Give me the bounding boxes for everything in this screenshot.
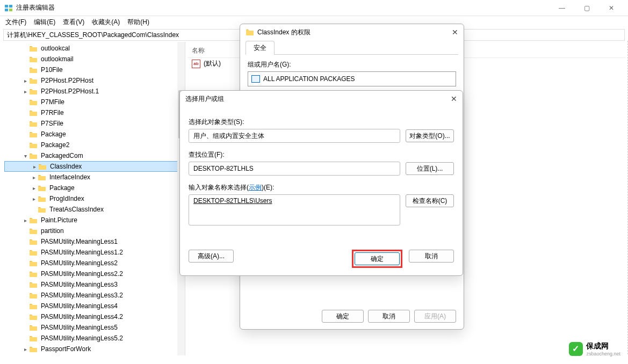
check-names-button[interactable]: 检查名称(C)	[406, 194, 454, 207]
tree-item-pasmutilitymeaningless3[interactable]: PASMUtility.MeaningLess3	[4, 279, 185, 290]
tree-item-pasmutilitymeaningless42[interactable]: PASMUtility.MeaningLess4.2	[4, 311, 185, 322]
package-icon	[251, 75, 260, 83]
tree-item-pasmutilitymeaningless12[interactable]: PASMUtility.MeaningLess1.2	[4, 247, 185, 258]
menu-help[interactable]: 帮助(H)	[124, 17, 153, 28]
tree-item-p2phostp2phost1[interactable]: P2PHost.P2PHost.1	[4, 86, 185, 97]
tree-item-classindex[interactable]: ClassIndex	[4, 161, 185, 172]
tree-item-outlookmail[interactable]: outlookmail	[4, 54, 185, 64]
tree-expand-icon[interactable]	[21, 78, 29, 84]
examples-link[interactable]: 示例	[249, 184, 262, 191]
tree-item-partition[interactable]: partition	[4, 225, 185, 236]
menu-favorites[interactable]: 收藏夹(A)	[89, 17, 123, 28]
minimize-button[interactable]: —	[550, 0, 574, 16]
locations-button[interactable]: 位置(L)...	[406, 162, 454, 175]
close-button[interactable]: ✕	[599, 0, 624, 16]
select-ok-button[interactable]: 确定	[355, 252, 400, 265]
tree-item-label: InterfaceIndex	[48, 173, 91, 181]
svg-rect-2	[5, 9, 8, 11]
select-dialog-close-icon[interactable]: ✕	[451, 94, 457, 103]
folder-icon	[29, 270, 38, 278]
tab-security[interactable]: 安全	[246, 41, 275, 55]
tree-item-p2phostp2phost[interactable]: P2PHost.P2PHost	[4, 75, 185, 86]
tree-item-package[interactable]: Package	[4, 129, 185, 140]
location-field: DESKTOP-82TLHLS	[189, 162, 400, 176]
tree-expand-icon[interactable]	[30, 196, 38, 202]
permissions-titlebar[interactable]: ClassIndex 的权限 ✕	[240, 24, 464, 40]
value-name: (默认)	[204, 59, 221, 68]
select-dialog-titlebar[interactable]: 选择用户或组 ✕	[180, 91, 463, 107]
object-names-label: 输入对象名称来选择(示例)(E):	[189, 183, 454, 192]
tree-item-p7sfile[interactable]: P7SFile	[4, 118, 185, 129]
menu-file[interactable]: 文件(F)	[2, 17, 30, 28]
tree-item-pasmutilitymeaningless32[interactable]: PASMUtility.MeaningLess3.2	[4, 290, 185, 301]
folder-icon	[29, 98, 38, 106]
folder-icon	[29, 313, 38, 321]
folder-icon	[29, 345, 38, 353]
folder-icon	[246, 28, 254, 36]
tree-item-passportforwork[interactable]: PassportForWork	[4, 344, 185, 354]
object-name-entry: DESKTOP-82TLHLS\Users	[193, 197, 272, 205]
tree-item-label: PackagedCom	[40, 152, 84, 159]
folder-icon	[38, 184, 46, 192]
window-title: 注册表编辑器	[16, 3, 550, 12]
permissions-close-icon[interactable]: ✕	[452, 28, 458, 37]
tree-item-label: PASMUtility.MeaningLess4	[40, 302, 119, 310]
object-types-button[interactable]: 对象类型(O)...	[406, 129, 454, 142]
tree-item-p10file[interactable]: P10File	[4, 64, 185, 75]
select-cancel-button[interactable]: 取消	[409, 250, 454, 263]
tree-item-package[interactable]: Package	[4, 183, 185, 193]
menu-edit[interactable]: 编辑(E)	[31, 17, 59, 28]
ok-button-highlight: 确定	[352, 250, 402, 268]
tree-item-label: PassportForWork	[40, 345, 92, 353]
string-value-icon: ab	[192, 60, 200, 68]
tree-item-label: P2PHost.P2PHost	[40, 77, 95, 84]
watermark-logo-icon	[569, 342, 583, 356]
tree-expand-icon[interactable]	[30, 185, 38, 191]
tree-item-pasmutilitymeaningless22[interactable]: PASMUtility.MeaningLess2.2	[4, 268, 185, 279]
advanced-button[interactable]: 高级(A)...	[189, 250, 234, 263]
tree-item-label: PASMUtility.MeaningLess3	[40, 281, 119, 288]
tree-item-pasmutilitymeaningless5[interactable]: PASMUtility.MeaningLess5	[4, 322, 185, 333]
tree-item-interfaceindex[interactable]: InterfaceIndex	[4, 172, 185, 183]
folder-icon	[29, 302, 38, 310]
folder-icon	[38, 195, 46, 202]
tree-pane[interactable]: outlookcaloutlookmailP10FileP2PHost.P2PH…	[0, 42, 185, 355]
tree-item-paintpicture[interactable]: Paint.Picture	[4, 215, 185, 225]
group-or-user-label: 组或用户名(G):	[248, 60, 456, 69]
tree-item-label: P7RFile	[40, 109, 65, 117]
tree-expand-icon[interactable]	[21, 89, 29, 94]
tree-item-pasmutilitymeaningless52[interactable]: PASMUtility.MeaningLess5.2	[4, 333, 185, 344]
watermark: 保成网 zsbaocheng.net	[569, 341, 620, 356]
permissions-apply-button[interactable]: 应用(A)	[414, 310, 456, 323]
group-or-user-list[interactable]: ALL APPLICATION PACKAGES	[248, 71, 456, 86]
tree-expand-icon[interactable]	[30, 174, 38, 180]
tree-expand-icon[interactable]	[21, 346, 29, 352]
tree-item-outlookcal[interactable]: outlookcal	[4, 43, 185, 54]
tree-item-packagedcom[interactable]: PackagedCom	[4, 150, 185, 161]
menu-view[interactable]: 查看(V)	[60, 17, 88, 28]
tree-item-p7rfile[interactable]: P7RFile	[4, 107, 185, 118]
tree-item-p7mfile[interactable]: P7MFile	[4, 97, 185, 107]
permissions-ok-button[interactable]: 确定	[322, 310, 364, 323]
folder-icon	[29, 66, 38, 74]
tree-item-pasmutilitymeaningless2[interactable]: PASMUtility.MeaningLess2	[4, 258, 185, 268]
folder-icon	[29, 281, 38, 288]
folder-icon	[29, 334, 38, 342]
tree-expand-icon[interactable]	[21, 153, 29, 159]
object-names-input[interactable]: DESKTOP-82TLHLS\Users	[189, 194, 400, 225]
folder-icon	[29, 292, 38, 299]
folder-icon	[38, 206, 46, 213]
tree-expand-icon[interactable]	[21, 217, 29, 223]
tree-item-label: PASMUtility.MeaningLess5	[40, 324, 119, 331]
folder-icon	[29, 55, 38, 63]
tree-item-progidindex[interactable]: ProgIdIndex	[4, 193, 185, 204]
tree-item-pasmutilitymeaningless1[interactable]: PASMUtility.MeaningLess1	[4, 236, 185, 247]
watermark-name: 保成网	[586, 341, 609, 350]
tree-item-label: Package	[48, 184, 76, 192]
tree-item-package2[interactable]: Package2	[4, 140, 185, 150]
tree-item-treatasclassindex[interactable]: TreatAsClassIndex	[4, 204, 185, 215]
tree-expand-icon[interactable]	[31, 164, 38, 170]
permissions-cancel-button[interactable]: 取消	[368, 310, 410, 323]
maximize-button[interactable]: ▢	[574, 0, 599, 16]
tree-item-pasmutilitymeaningless4[interactable]: PASMUtility.MeaningLess4	[4, 301, 185, 311]
